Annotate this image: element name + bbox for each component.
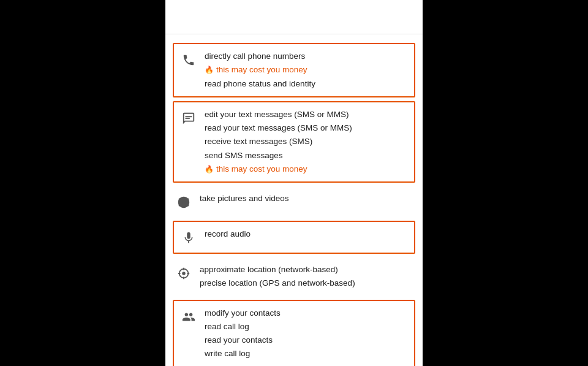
- permission-line-contacts-2: read your contacts: [205, 334, 281, 346]
- permission-line-contacts-1: read call log: [205, 321, 281, 333]
- permission-texts-contacts: modify your contactsread call logread yo…: [205, 307, 281, 360]
- permission-line-sms-3: send SMS messages: [205, 150, 352, 162]
- permission-line-phone-1: this may cost you money: [205, 64, 315, 76]
- permission-line-location-0: approximate location (network-based): [200, 264, 355, 276]
- phone-icon: [180, 51, 197, 69]
- sms-icon: [180, 110, 197, 127]
- svg-rect-1: [186, 118, 190, 119]
- permission-group-location: approximate location (network-based)prec…: [165, 257, 423, 296]
- permission-line-camera-0: take pictures and videos: [200, 193, 289, 205]
- permission-line-phone-2: read phone status and identity: [205, 78, 315, 90]
- permission-line-sms-1: read your text messages (SMS or MMS): [205, 122, 352, 134]
- permission-texts-camera: take pictures and videos: [200, 193, 289, 205]
- app-header: [165, 0, 423, 34]
- permission-line-phone-0: directly call phone numbers: [205, 50, 315, 63]
- contacts-icon: [180, 308, 197, 326]
- permission-group-contacts: modify your contactsread call logread yo…: [173, 300, 415, 367]
- permission-line-contacts-0: modify your contacts: [205, 307, 281, 319]
- permission-group-sms: edit your text messages (SMS or MMS)read…: [173, 101, 415, 183]
- svg-point-3: [182, 200, 186, 204]
- phone-screen: directly call phone numbersthis may cost…: [165, 0, 423, 366]
- permission-line-microphone-0: record audio: [205, 228, 251, 240]
- permission-group-microphone: record audio: [173, 221, 415, 254]
- permission-line-sms-2: receive text messages (SMS): [205, 135, 352, 148]
- location-icon: [175, 265, 192, 282]
- permission-line-contacts-3: write call log: [205, 348, 281, 360]
- camera-icon: [175, 194, 192, 211]
- permission-line-sms-4: this may cost you money: [205, 163, 352, 175]
- permission-texts-phone: directly call phone numbersthis may cost…: [205, 50, 315, 90]
- permission-texts-location: approximate location (network-based)prec…: [200, 264, 355, 290]
- svg-point-5: [182, 272, 186, 275]
- permission-texts-sms: edit your text messages (SMS or MMS)read…: [205, 109, 352, 175]
- permissions-list: directly call phone numbersthis may cost…: [165, 34, 423, 366]
- permission-group-camera: take pictures and videos: [165, 186, 423, 217]
- mic-icon: [180, 229, 197, 246]
- permission-texts-microphone: record audio: [205, 228, 251, 240]
- svg-rect-0: [186, 116, 192, 117]
- permission-group-phone: directly call phone numbersthis may cost…: [173, 43, 415, 97]
- permission-line-location-1: precise location (GPS and network-based): [200, 277, 355, 289]
- permission-line-sms-0: edit your text messages (SMS or MMS): [205, 109, 352, 121]
